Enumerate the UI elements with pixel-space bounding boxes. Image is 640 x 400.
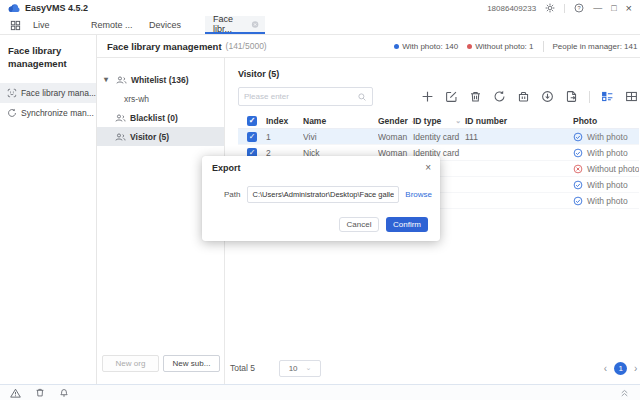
export-dialog: Export × Path Browse Cancel Confirm: [202, 156, 440, 241]
filter-caret-icon[interactable]: ⌄: [455, 117, 461, 125]
new-sub-button[interactable]: New sub...: [163, 355, 220, 372]
page-header: Face library management (141/5000) With …: [97, 35, 640, 58]
col-name[interactable]: Name: [303, 116, 378, 126]
browse-link[interactable]: Browse: [405, 190, 432, 199]
edit-button[interactable]: [445, 90, 458, 103]
tab-devices[interactable]: Devices: [147, 16, 205, 34]
select-all-checkbox[interactable]: ✓: [238, 116, 266, 126]
tree-item-visitor[interactable]: Visitor (5): [97, 127, 224, 146]
alarm-warning-icon[interactable]: [10, 388, 21, 398]
cell-photo: With photo: [573, 132, 639, 142]
sidebar-title: Face library management: [0, 43, 96, 83]
prev-page-button[interactable]: ‹: [604, 363, 607, 374]
notification-bell-icon[interactable]: [59, 387, 69, 398]
cell-gender: Woman: [378, 132, 413, 142]
tree-item-xrs-wh[interactable]: xrs-wh: [97, 89, 224, 108]
sidebar-item-label: Face library mana...: [21, 88, 96, 98]
minimize-button[interactable]: —: [593, 4, 602, 13]
tab-live[interactable]: Live: [31, 16, 89, 34]
page-title: Face library management: [107, 41, 222, 52]
table-row[interactable]: ✓1ViviWomanIdentity card111With photo: [238, 129, 639, 145]
cell-photo: With photo: [573, 180, 639, 190]
new-org-button[interactable]: New org: [102, 355, 159, 372]
tab-face-library[interactable]: Face libr...: [205, 16, 265, 34]
blue-dot: [394, 44, 399, 49]
tree-item-blacklist[interactable]: Blacklist (0): [97, 108, 224, 127]
cell-id-type: Identity card: [413, 132, 465, 142]
sidebar-item-face-library[interactable]: Face library mana...: [0, 83, 96, 103]
with-photo-icon: [573, 196, 583, 206]
tab-bar: Live Remote ... Devices Face libr...: [0, 16, 640, 35]
total-label: Total 5: [230, 363, 255, 373]
tab-remote[interactable]: Remote ...: [89, 16, 147, 34]
without-photo-icon: [573, 164, 583, 174]
row-checkbox[interactable]: ✓: [238, 132, 266, 142]
cloud-logo-icon: [8, 3, 21, 13]
path-input[interactable]: [247, 186, 399, 203]
divider: [564, 4, 565, 13]
tab-close-icon[interactable]: [251, 20, 259, 29]
sidebar-item-label: Synchronize man...: [21, 108, 94, 118]
recycle-trash-icon[interactable]: [35, 387, 45, 398]
divider: [543, 41, 544, 52]
with-photo-icon: [573, 180, 583, 190]
caret-down-icon[interactable]: ▾: [104, 75, 112, 84]
sync-icon: [7, 108, 17, 118]
col-index[interactable]: Index: [266, 116, 303, 126]
collapse-up-icon[interactable]: [619, 387, 630, 398]
delete-button[interactable]: [469, 90, 482, 103]
table-view-icon[interactable]: [625, 90, 638, 103]
page-count: (141/5000): [226, 41, 267, 51]
app-logo: EasyVMS 4.5.2: [8, 3, 88, 13]
col-photo[interactable]: Photo: [573, 116, 639, 126]
confirm-button[interactable]: Confirm: [386, 217, 428, 232]
tree-item-whitelist[interactable]: ▾ Whitelist (136): [97, 70, 224, 89]
stat-people: People in manager: 141: [553, 42, 638, 51]
cell-photo: With photo: [573, 196, 639, 206]
help-icon[interactable]: ?: [574, 3, 584, 13]
cancel-button[interactable]: Cancel: [339, 217, 379, 232]
export-button[interactable]: [565, 90, 578, 103]
stat-with-photo: With photo: 140: [394, 42, 458, 51]
app-grid-icon[interactable]: [10, 20, 21, 31]
page-number[interactable]: 1: [614, 362, 627, 375]
gear-icon[interactable]: [545, 3, 555, 13]
sidebar-item-synchronize[interactable]: Synchronize man...: [0, 103, 96, 123]
app-title: EasyVMS 4.5.2: [25, 3, 88, 13]
with-photo-icon: [573, 148, 583, 158]
dialog-close-icon[interactable]: ×: [425, 163, 431, 173]
dialog-title: Export: [212, 163, 241, 173]
table-header-row: ✓ Index Name Gender⌄ ID type⌄ ID number …: [238, 113, 639, 129]
with-photo-icon: [573, 132, 583, 142]
search-box[interactable]: [238, 87, 373, 106]
title-bar: EasyVMS 4.5.2 18086409233 ? — □ ×: [0, 0, 640, 16]
col-id-type[interactable]: ID type⌄: [413, 116, 465, 126]
chevron-down-icon: ⌄: [306, 364, 312, 372]
face-scan-icon: [7, 88, 17, 98]
card-view-icon[interactable]: [601, 90, 614, 103]
cell-index: 1: [266, 132, 303, 142]
add-button[interactable]: [421, 90, 434, 103]
next-page-button[interactable]: ›: [634, 363, 637, 374]
people-icon: [115, 132, 126, 142]
cell-photo: With photo: [573, 148, 639, 158]
divider: [589, 91, 590, 103]
col-gender[interactable]: Gender⌄: [378, 116, 413, 126]
cell-name: Vivi: [303, 132, 378, 142]
people-icon: [115, 113, 126, 123]
refresh-button[interactable]: [493, 90, 506, 103]
stat-without-photo: Without photo: 1: [467, 42, 533, 51]
search-icon[interactable]: [357, 92, 367, 102]
search-input[interactable]: [244, 92, 357, 101]
pagination: ‹ 1 ›: [604, 362, 638, 375]
cell-id-number: 111: [465, 132, 573, 142]
close-button[interactable]: ×: [626, 3, 632, 14]
page-size-select[interactable]: 10 ⌄: [279, 360, 321, 377]
col-id-number[interactable]: ID number: [465, 116, 573, 126]
path-label: Path: [224, 190, 240, 199]
maximize-button[interactable]: □: [611, 4, 616, 13]
recycle-bin-button[interactable]: [517, 90, 530, 103]
sidebar: Face library management Face library man…: [0, 35, 97, 384]
import-button[interactable]: [541, 90, 554, 103]
status-bar: [0, 384, 640, 400]
